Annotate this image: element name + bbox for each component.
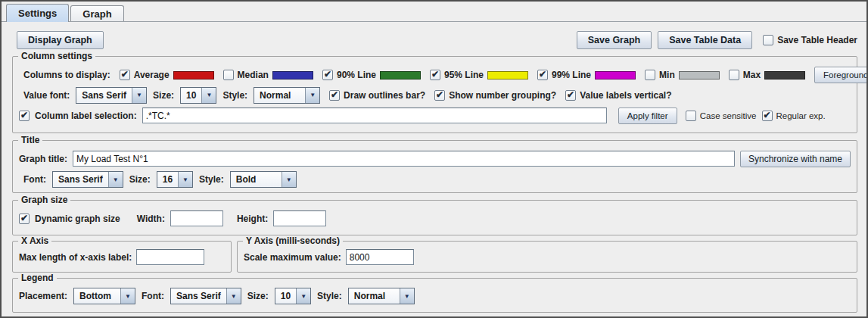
column-label-selection-label: Column label selection:: [35, 111, 137, 121]
average-checkbox[interactable]: [120, 70, 130, 80]
legend-group: Legend Placement: Bottom ▼ Font: Sans Se…: [12, 278, 857, 313]
display-graph-button[interactable]: Display Graph: [17, 31, 104, 49]
labels-vertical-label: Value labels vertical?: [580, 90, 671, 101]
placement-select[interactable]: Bottom ▼: [73, 288, 135, 304]
columns-to-display-label: Columns to display:: [23, 70, 110, 80]
chevron-down-icon: ▼: [400, 288, 414, 304]
title-style-select[interactable]: Bold ▼: [230, 171, 297, 188]
graph-size-row: Dynamic graph size Width: Height:: [19, 209, 851, 228]
save-table-header-checkbox[interactable]: [763, 35, 773, 45]
height-label: Height:: [237, 214, 268, 224]
value-size-select[interactable]: 10 ▼: [180, 87, 216, 104]
legend-style-label: Style:: [317, 291, 342, 301]
90-line-color-swatch[interactable]: [380, 71, 421, 80]
chevron-down-icon: ▼: [296, 288, 310, 304]
value-style-label: Style:: [222, 90, 247, 101]
legend-style-select[interactable]: Normal ▼: [348, 288, 415, 304]
save-table-data-button[interactable]: Save Table Data: [658, 31, 752, 49]
legend-font-label: Font:: [142, 291, 164, 301]
tab-settings[interactable]: Settings: [6, 4, 69, 22]
legend-size-value: 10: [275, 288, 296, 304]
y-axis-scale-max-input[interactable]: [346, 249, 414, 265]
number-grouping-label: Show number grouping?: [449, 90, 556, 101]
graph-title-label: Graph title:: [19, 154, 67, 164]
graph-size-title: Graph size: [18, 195, 70, 205]
tab-bar: Settings Graph: [2, 2, 866, 22]
title-size-label: Size:: [129, 174, 151, 185]
90-line-checkbox[interactable]: [322, 70, 333, 80]
draw-outlines-checkbox[interactable]: [329, 90, 340, 101]
case-sensitive-label: Case sensitive: [700, 111, 757, 120]
median-color-swatch[interactable]: [272, 71, 313, 80]
title-size-select[interactable]: 16 ▼: [157, 171, 193, 188]
max-checkbox[interactable]: [729, 70, 739, 80]
regular-exp-label: Regular exp.: [776, 111, 826, 120]
average-label: Average: [134, 70, 170, 80]
placement-label: Placement:: [19, 291, 67, 301]
x-axis-max-length-input[interactable]: [136, 249, 204, 265]
chevron-down-icon: ▼: [282, 172, 296, 187]
min-label: Min: [659, 70, 675, 80]
median-checkbox[interactable]: [223, 70, 234, 80]
save-graph-button[interactable]: Save Graph: [577, 31, 652, 49]
value-font-row: Value font: Sans Serif ▼ Size: 10 ▼ Styl…: [19, 85, 851, 105]
width-input[interactable]: [170, 210, 223, 226]
legend-font-select[interactable]: Sans Serif ▼: [170, 288, 241, 304]
column-label-selection-input[interactable]: [142, 108, 607, 123]
regular-exp-checkbox[interactable]: [762, 111, 773, 121]
value-font-label: Value font:: [23, 90, 70, 101]
title-font-row: Font: Sans Serif ▼ Size: 16 ▼ Style: Bol…: [19, 169, 851, 190]
legend-size-select[interactable]: 10 ▼: [275, 288, 311, 304]
95-line-color-swatch[interactable]: [487, 71, 528, 80]
value-size-value: 10: [181, 88, 201, 103]
column-median: Median: [223, 70, 313, 80]
max-color-swatch[interactable]: [764, 71, 805, 80]
chevron-down-icon: ▼: [132, 88, 146, 103]
x-axis-group: X Axis Max length of x-axis label:: [12, 241, 232, 273]
column-99-line: 99% Line: [537, 70, 636, 80]
apply-filter-button[interactable]: Apply filter: [618, 108, 677, 124]
case-sensitive-checkbox[interactable]: [686, 111, 696, 121]
columns-to-display-row: Columns to display: Average Median 90% L…: [19, 65, 851, 85]
synchronize-with-name-button[interactable]: Synchronize with name: [740, 151, 851, 167]
number-grouping-checkbox[interactable]: [434, 90, 445, 101]
column-label-selection-checkbox[interactable]: [19, 111, 30, 121]
99-line-checkbox[interactable]: [537, 70, 548, 80]
min-checkbox[interactable]: [645, 70, 655, 80]
legend-style-value: Normal: [349, 288, 390, 304]
99-line-color-swatch[interactable]: [595, 71, 636, 80]
column-90-line: 90% Line: [322, 70, 421, 80]
value-font-select[interactable]: Sans Serif ▼: [76, 87, 147, 104]
title-font-select[interactable]: Sans Serif ▼: [52, 171, 123, 188]
chevron-down-icon: ▼: [108, 172, 123, 187]
average-color-swatch[interactable]: [173, 71, 214, 80]
chevron-down-icon: ▼: [226, 288, 241, 304]
title-style-label: Style:: [199, 174, 224, 185]
foreground-color-button[interactable]: Foreground color: [814, 67, 868, 83]
value-style-value: Normal: [254, 88, 296, 103]
legend-font-value: Sans Serif: [171, 288, 226, 304]
value-size-label: Size:: [153, 90, 174, 101]
case-sensitive-option: Case sensitive: [686, 111, 757, 121]
labels-vertical-checkbox[interactable]: [565, 90, 576, 101]
95-line-checkbox[interactable]: [430, 70, 440, 80]
width-label: Width:: [137, 214, 165, 224]
height-input[interactable]: [273, 210, 326, 226]
x-axis-max-length-label: Max length of x-axis label:: [19, 252, 132, 263]
min-color-swatch[interactable]: [679, 71, 720, 80]
dynamic-graph-size-checkbox[interactable]: [19, 214, 30, 224]
column-average: Average: [120, 70, 214, 80]
dynamic-graph-size-label: Dynamic graph size: [35, 214, 120, 224]
value-font-value: Sans Serif: [76, 88, 132, 103]
chevron-down-icon: ▼: [178, 172, 192, 187]
settings-panel: Display Graph Save Graph Save Table Data…: [2, 31, 866, 313]
draw-outlines-option: Draw outlines bar?: [329, 90, 425, 101]
title-group-title: Title: [18, 135, 42, 145]
value-style-select[interactable]: Normal ▼: [254, 87, 320, 104]
title-font-value: Sans Serif: [53, 172, 108, 187]
placement-value: Bottom: [74, 288, 117, 304]
tab-graph[interactable]: Graph: [70, 5, 123, 21]
graph-size-group: Graph size Dynamic graph size Width: Hei…: [12, 200, 857, 235]
graph-title-input[interactable]: [73, 151, 735, 167]
y-axis-scale-max-label: Scale maximum value:: [244, 252, 341, 263]
